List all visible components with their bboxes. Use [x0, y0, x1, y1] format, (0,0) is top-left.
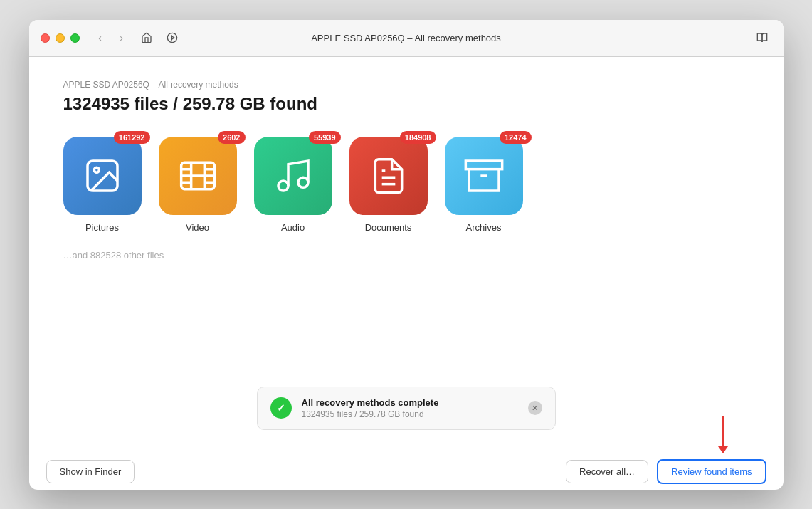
- video-icon-wrapper: 2602: [159, 137, 237, 215]
- documents-badge: 184908: [400, 131, 436, 144]
- app-window: ‹ › APPLE SSD AP0256Q – All recovery met…: [29, 20, 784, 490]
- review-found-items-button[interactable]: Review found items: [657, 459, 766, 484]
- documents-icon-wrapper: 184908: [349, 137, 428, 215]
- forward-button[interactable]: ›: [112, 28, 131, 47]
- archives-icon: [445, 137, 523, 215]
- audio-icon-wrapper: 55939: [254, 137, 332, 215]
- main-content: APPLE SSD AP0256Q – All recovery methods…: [29, 57, 784, 453]
- documents-icon: [349, 137, 428, 215]
- back-button[interactable]: ‹: [91, 28, 110, 47]
- documents-label: Documents: [365, 222, 412, 233]
- notification-text: All recovery methods complete 1324935 fi…: [302, 397, 518, 419]
- svg-point-0: [167, 33, 176, 42]
- home-button[interactable]: [137, 28, 157, 48]
- pictures-icon: [63, 137, 142, 215]
- svg-point-3: [94, 167, 99, 172]
- category-pictures[interactable]: 161292 Pictures: [63, 137, 142, 233]
- pictures-icon-wrapper: 161292: [63, 137, 142, 215]
- arrow-down-icon: [722, 416, 724, 448]
- category-documents[interactable]: 184908 Documents: [349, 137, 428, 233]
- archives-label: Archives: [466, 222, 502, 233]
- category-audio[interactable]: 55939 Audio: [254, 137, 332, 233]
- maximize-button[interactable]: [70, 33, 80, 43]
- scan-button[interactable]: [162, 28, 182, 48]
- notification-card: ✓ All recovery methods complete 1324935 …: [257, 387, 556, 430]
- minimize-button[interactable]: [56, 33, 65, 43]
- arrow-indicator: [722, 416, 724, 448]
- categories-grid: 161292 Pictures: [63, 137, 749, 233]
- titlebar-icons: [137, 28, 182, 48]
- titlebar: ‹ › APPLE SSD AP0256Q – All recovery met…: [29, 20, 784, 57]
- svg-rect-16: [465, 161, 502, 169]
- action-bar: Show in Finder Recover all… Review found…: [29, 453, 784, 490]
- traffic-lights: [41, 33, 80, 43]
- audio-badge: 55939: [309, 131, 341, 144]
- close-button[interactable]: [41, 33, 50, 43]
- notification-subtitle: 1324935 files / 259.78 GB found: [302, 409, 518, 419]
- other-files-text: …and 882528 other files: [63, 250, 749, 261]
- audio-icon: [254, 137, 332, 215]
- archives-icon-wrapper: 12474: [445, 137, 523, 215]
- titlebar-right: [752, 28, 772, 48]
- archives-badge: 12474: [500, 131, 532, 144]
- notification-area: ✓ All recovery methods complete 1324935 …: [63, 387, 749, 430]
- notification-title: All recovery methods complete: [302, 397, 518, 408]
- audio-label: Audio: [281, 222, 305, 233]
- video-badge: 2602: [218, 131, 245, 144]
- pictures-badge: 161292: [114, 131, 150, 144]
- nav-buttons: ‹ ›: [91, 28, 131, 47]
- svg-marker-1: [171, 36, 174, 39]
- notification-close-button[interactable]: ✕: [528, 401, 542, 415]
- svg-point-13: [298, 177, 308, 187]
- svg-point-12: [278, 181, 288, 191]
- video-icon: [159, 137, 237, 215]
- category-video[interactable]: 2602 Video: [159, 137, 237, 233]
- book-icon[interactable]: [752, 28, 772, 48]
- page-title: 1324935 files / 259.78 GB found: [63, 94, 749, 114]
- show-in-finder-button[interactable]: Show in Finder: [46, 460, 135, 483]
- pictures-label: Pictures: [85, 222, 119, 233]
- category-archives[interactable]: 12474 Archives: [445, 137, 523, 233]
- recover-all-button[interactable]: Recover all…: [566, 460, 648, 483]
- window-title: APPLE SSD AP0256Q – All recovery methods: [311, 33, 501, 43]
- action-bar-right: Recover all… Review found items: [566, 459, 766, 484]
- video-label: Video: [186, 222, 209, 233]
- breadcrumb: APPLE SSD AP0256Q – All recovery methods: [63, 80, 749, 90]
- success-check-icon: ✓: [270, 397, 292, 419]
